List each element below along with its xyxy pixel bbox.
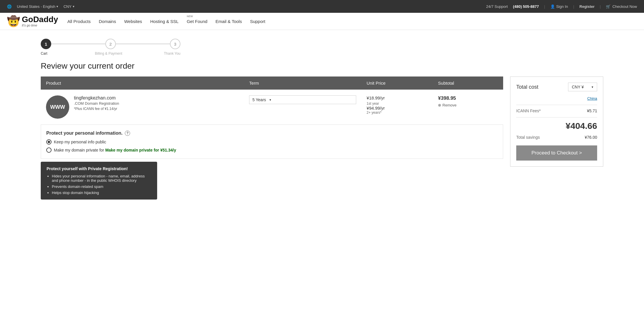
col-term: Term [244, 76, 361, 90]
term-value: 5 Years [252, 97, 266, 102]
order-table-wrap: Product Term Unit Price Subtotal WWW tin… [41, 76, 503, 200]
tooltip-item-2: Prevents domain-related spam [52, 184, 151, 189]
help-icon[interactable]: ? [125, 131, 130, 136]
top-bar: 🌐 United States - English ▾ CNY ▾ 24/7 S… [0, 0, 644, 13]
term-cell: 5 Years ▾ [244, 90, 361, 125]
cart-icon: 🛒 [606, 4, 611, 9]
locale-label: United States - English [17, 4, 55, 9]
savings-value: ¥76.00 [585, 135, 597, 140]
tooltip-list: Hides your personal information - name, … [47, 174, 151, 195]
nav-get-found-label: Get Found [187, 19, 207, 24]
signin-button[interactable]: 👤 Sign In [550, 4, 568, 9]
nav-email-tools[interactable]: Email & Tools [216, 19, 242, 24]
protection-title: Protect your personal information. ? [46, 131, 498, 136]
tooltip-popup: Protect yourself with Private Registrati… [41, 162, 157, 200]
step-2-label: Billing & Payment [95, 51, 122, 56]
support-label: 24/7 Support [486, 4, 508, 9]
protection-section: Protect your personal information. ? Kee… [41, 125, 503, 159]
china-link-area: China [516, 96, 597, 101]
remove-button[interactable]: ⊗ Remove [438, 103, 498, 107]
total-label: Total cost [516, 84, 538, 90]
protection-options: Keep my personal info public Make my dom… [46, 139, 498, 153]
grand-total: ¥404.66 [516, 121, 597, 131]
step-1-num: 1 [45, 42, 47, 47]
main-nav: All Products Domains Websites Hosting & … [67, 19, 265, 24]
checkout-now-label: Checkout Now [612, 4, 637, 9]
step-3-circle: 3 [170, 39, 180, 49]
currency-label: CNY [63, 4, 71, 9]
currency-dropdown[interactable]: CNY ▾ [63, 4, 74, 9]
register-button[interactable]: Register [579, 4, 595, 9]
radio-private-circle [46, 147, 52, 153]
subtotal-value: ¥398.95 [438, 95, 498, 101]
globe-icon: 🌐 [7, 4, 12, 9]
sidebar: Total cost CNY ¥ ▾ China ICANN Fees* ¥5.… [510, 76, 603, 200]
page-title-area: Review your current order [0, 58, 644, 76]
table-row: WWW tingfengkezhan.com .COM Domain Regis… [41, 90, 503, 125]
tooltip-title: Protect yourself with Private Registrati… [47, 166, 151, 171]
tooltip-item-1: Hides your personal information - name, … [52, 174, 151, 183]
icann-fees-value: ¥5.71 [587, 108, 597, 113]
option-private-label: Make my domain private for Make my domai… [54, 148, 176, 152]
steps-row: 1 2 3 [41, 39, 180, 49]
nav-get-found[interactable]: NEW Get Found [187, 19, 207, 24]
col-unit-price: Unit Price [361, 76, 433, 90]
step-2-circle: 2 [105, 39, 116, 49]
remove-label: Remove [442, 103, 456, 107]
checkout-now-button[interactable]: 🛒 Checkout Now [606, 4, 637, 9]
currency-select-dropdown[interactable]: CNY ¥ ▾ [568, 83, 597, 91]
step-3-num: 3 [174, 42, 176, 47]
option-public-label: Keep my personal info public [54, 140, 106, 144]
col-subtotal: Subtotal [433, 76, 503, 90]
price-line3: ¥94.99/yr [367, 106, 428, 111]
new-badge: NEW [187, 15, 193, 18]
logo-brand-name: GoDaddy [22, 15, 58, 24]
nav-domains[interactable]: Domains [99, 19, 116, 24]
subtotal-cell: ¥398.95 ⊗ Remove [433, 90, 503, 125]
www-icon: WWW [46, 95, 69, 119]
domain-type: .COM Domain Registration [74, 101, 119, 106]
tooltip-item-3: Helps stop domain hijacking [52, 191, 151, 195]
savings-row: Total savings ¥76.00 [516, 135, 597, 140]
main-content: Product Term Unit Price Subtotal WWW tin… [0, 76, 644, 211]
steps-labels: Cart Billing & Payment Thank You [41, 51, 180, 56]
remove-circle-icon: ⊗ [438, 103, 441, 107]
icann-fees-row: ICANN Fees* ¥5.71 [516, 108, 597, 113]
option-public[interactable]: Keep my personal info public [46, 139, 498, 145]
term-select-dropdown[interactable]: 5 Years ▾ [249, 95, 356, 104]
product-info: tingfengkezhan.com .COM Domain Registrat… [74, 95, 119, 111]
step-1-circle: 1 [41, 39, 51, 49]
domain-name: tingfengkezhan.com [74, 95, 119, 101]
icann-fees-label: ICANN Fees* [516, 108, 541, 113]
nav-support[interactable]: Support [250, 19, 265, 24]
logo-brand: GoDaddy It's go time [22, 15, 58, 27]
step-1-label: Cart [41, 51, 47, 56]
savings-label: Total savings [516, 135, 540, 140]
total-header: Total cost CNY ¥ ▾ [516, 83, 597, 91]
price-line2: 1st year [367, 102, 428, 106]
nav-bar: 🤠 GoDaddy It's go time All Products Doma… [0, 13, 644, 30]
logo[interactable]: 🤠 GoDaddy It's go time [7, 15, 58, 27]
signin-label: Sign In [556, 4, 568, 9]
radio-public-circle [46, 139, 52, 145]
locale-dropdown[interactable]: United States - English ▾ [17, 4, 58, 9]
person-icon: 👤 [550, 4, 555, 9]
private-price: Make my domain private for ¥51.34/y [105, 148, 176, 152]
step-2-num: 2 [109, 42, 112, 47]
china-link[interactable]: China [587, 96, 597, 101]
option-private[interactable]: Make my domain private for Make my domai… [46, 147, 498, 153]
icann-fee: *Plus ICANN fee of ¥1.14/yr [74, 107, 119, 111]
nav-websites[interactable]: Websites [124, 19, 142, 24]
currency-select-chevron-icon: ▾ [592, 85, 593, 89]
nav-hosting-ssl[interactable]: Hosting & SSL [150, 19, 179, 24]
proceed-checkout-button[interactable]: Proceed to Checkout > [516, 145, 597, 161]
price-line4: 2+ years* [367, 111, 428, 115]
locale-chevron-icon: ▾ [56, 5, 58, 8]
step-3-label: Thank You [164, 51, 180, 56]
phone-number: (480) 505-8877 [513, 4, 539, 9]
logo-tagline: It's go time [22, 24, 58, 27]
unit-price-cell: ¥18.99/yr 1st year ¥94.99/yr 2+ years* [361, 90, 433, 125]
nav-all-products[interactable]: All Products [67, 19, 91, 24]
logo-cowboy-icon: 🤠 [7, 15, 20, 27]
col-product: Product [41, 76, 244, 90]
